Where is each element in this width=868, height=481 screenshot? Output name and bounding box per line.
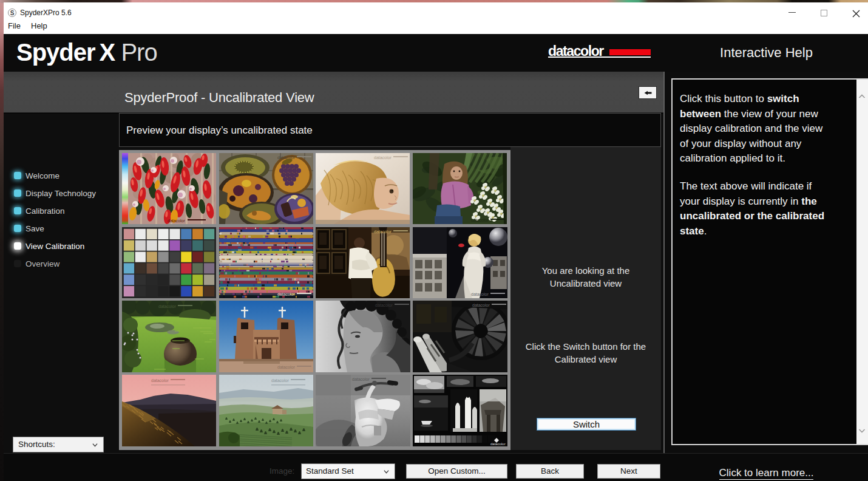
svg-text:datacolor: datacolor [374, 155, 392, 160]
svg-text:datacolor: datacolor [375, 303, 393, 307]
svg-text:datacolor: datacolor [374, 230, 392, 234]
svg-text:datacolor: datacolor [158, 304, 176, 309]
svg-text:datacolor: datacolor [168, 219, 185, 223]
svg-text:datacolor: datacolor [271, 378, 289, 383]
svg-text:datacolor: datacolor [277, 292, 295, 296]
svg-text:datacolor: datacolor [151, 378, 169, 383]
svg-text:datacolor: datacolor [277, 365, 295, 369]
svg-text:datacolor: datacolor [352, 377, 370, 381]
svg-text:datacolor: datacolor [471, 218, 489, 222]
svg-text:datacolor: datacolor [471, 292, 489, 296]
svg-text:datacolor: datacolor [277, 155, 295, 160]
svg-text:datacolor: datacolor [472, 303, 490, 307]
svg-text:datacolor: datacolor [490, 442, 506, 446]
